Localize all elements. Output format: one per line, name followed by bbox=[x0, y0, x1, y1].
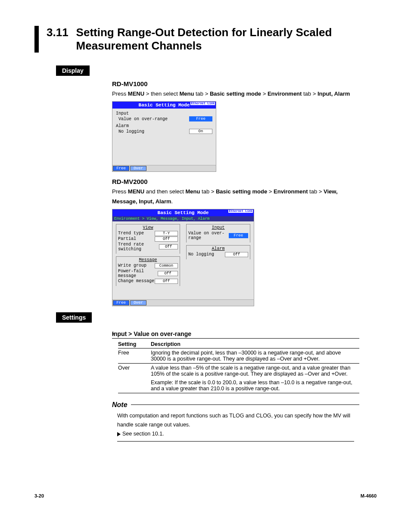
page-number: 3-20 bbox=[34, 493, 44, 498]
subhead-display: Display bbox=[56, 65, 90, 76]
ss-label: Partial bbox=[118, 236, 136, 241]
txt: MENU bbox=[128, 188, 144, 195]
doc-id: M-4660 bbox=[361, 493, 377, 498]
ss-group-view: View bbox=[118, 225, 178, 230]
free-button[interactable]: Free bbox=[113, 166, 129, 171]
td-empty bbox=[118, 378, 151, 393]
rule-line bbox=[131, 404, 359, 405]
triangle-icon bbox=[117, 432, 121, 436]
section-accent-bar bbox=[34, 26, 39, 53]
th-setting: Setting bbox=[118, 340, 151, 348]
ss-group-message: Message bbox=[118, 258, 178, 262]
td-setting: Over bbox=[118, 363, 151, 378]
subhead-settings: Settings bbox=[56, 312, 92, 323]
ss-group-alarm: Alarm bbox=[188, 246, 248, 251]
txt: > bbox=[261, 90, 268, 97]
ss-label: Value on over-range bbox=[188, 231, 229, 240]
ethernet-link-icon: Ethernet Link bbox=[190, 102, 215, 105]
note-body: With computation and report functions su… bbox=[117, 411, 354, 442]
ethernet-link-icon: Ethernet Link bbox=[228, 210, 253, 213]
txt: Press bbox=[112, 188, 128, 195]
ss-label: Trend type bbox=[118, 231, 144, 236]
trend-rate-switching-field[interactable]: Off bbox=[159, 244, 178, 249]
power-fail-message-field[interactable]: Off bbox=[158, 271, 178, 276]
note-label: Note bbox=[112, 401, 128, 409]
ss-titlebar: Basic Setting Mode Ethernet Link bbox=[112, 102, 216, 109]
section-number: 3.11 bbox=[47, 26, 68, 39]
ss-label: No logging bbox=[188, 252, 214, 257]
ss-label: Power-fail message bbox=[118, 269, 158, 278]
nav-path-mv1000: Press MENU > then select Menu tab > Basi… bbox=[112, 89, 359, 99]
th-description: Description bbox=[151, 340, 359, 348]
txt: MENU bbox=[128, 90, 144, 97]
model-mv2000: RD-MV2000 bbox=[112, 178, 359, 185]
value-on-over-range-field[interactable]: Free bbox=[229, 233, 248, 238]
partial-field[interactable]: Off bbox=[155, 236, 178, 242]
td-description: Example: If the scale is 0.0 to 200.0, a… bbox=[151, 378, 359, 393]
no-logging-field[interactable]: Off bbox=[225, 252, 248, 257]
txt: tab > bbox=[194, 90, 210, 97]
change-message-field[interactable]: Off bbox=[155, 279, 178, 284]
nav-path-mv2000: Press MENU and then select Menu tab > Ba… bbox=[112, 187, 359, 206]
see-reference: See section 10.1. bbox=[122, 429, 164, 439]
td-description: A value less than –5% of the scale is a … bbox=[151, 363, 359, 378]
txt: tab > bbox=[200, 188, 216, 195]
setting-heading: Input > Value on over-range bbox=[112, 330, 359, 339]
td-description: Ignoring the decimal point, less than –3… bbox=[151, 348, 359, 363]
txt: tab > bbox=[302, 90, 318, 97]
trend-type-field[interactable]: T-Y bbox=[155, 231, 178, 236]
settings-table: Setting Description Free Ignoring the de… bbox=[118, 340, 359, 393]
txt: Press bbox=[112, 90, 128, 97]
ss-group-alarm: Alarm bbox=[116, 124, 212, 128]
screenshot-mv1000: Basic Setting Mode Ethernet Link Input V… bbox=[112, 101, 216, 172]
value-on-over-range-field[interactable]: Free bbox=[189, 116, 212, 121]
txt: tab > bbox=[308, 188, 324, 195]
ss-label: Value on over-range bbox=[116, 117, 168, 121]
note-text: With computation and report functions su… bbox=[117, 411, 354, 430]
screenshot-mv2000: Basic Setting Mode Ethernet Link Environ… bbox=[112, 209, 254, 306]
ss-title: Basic Setting Mode bbox=[158, 210, 209, 215]
txt: and then select bbox=[144, 188, 185, 195]
write-group-field[interactable]: Common bbox=[155, 263, 178, 268]
txt: > bbox=[267, 188, 274, 195]
ss-label: Change message bbox=[118, 279, 154, 283]
txt: Environment bbox=[274, 188, 308, 195]
ss-titlebar: Basic Setting Mode Ethernet Link bbox=[112, 209, 254, 216]
section-header: 3.11 Setting Range-Out Detection for Lin… bbox=[34, 26, 377, 53]
txt: Basic setting mode bbox=[216, 188, 267, 195]
section-title: Setting Range-Out Detection for Linearly… bbox=[76, 26, 377, 53]
ss-title: Basic Setting Mode bbox=[139, 103, 190, 108]
txt: Menu bbox=[186, 188, 200, 195]
txt: Environment bbox=[268, 90, 302, 97]
over-button[interactable]: Over bbox=[130, 166, 146, 171]
ss-group-input: Input bbox=[188, 225, 248, 230]
txt: . bbox=[171, 198, 173, 205]
td-setting: Free bbox=[118, 348, 151, 363]
no-logging-field[interactable]: On bbox=[189, 129, 212, 134]
txt: Menu bbox=[179, 90, 194, 97]
ss-label: No logging bbox=[116, 129, 144, 134]
breadcrumb: Environment > View, Message, Input, Alar… bbox=[112, 216, 254, 221]
note-heading: Note bbox=[112, 401, 359, 409]
page-footer: 3-20 M-4660 bbox=[34, 493, 377, 498]
model-mv1000: RD-MV1000 bbox=[112, 80, 359, 87]
txt: Basic setting mode bbox=[210, 90, 261, 97]
ss-group-input: Input bbox=[116, 111, 212, 116]
ss-label: Write group bbox=[118, 263, 146, 268]
txt: > then select bbox=[144, 90, 179, 97]
free-button[interactable]: Free bbox=[113, 300, 129, 305]
txt: Input, Alarm bbox=[318, 90, 350, 97]
ss-label: Trend rate switching bbox=[118, 242, 159, 252]
over-button[interactable]: Over bbox=[130, 300, 146, 305]
